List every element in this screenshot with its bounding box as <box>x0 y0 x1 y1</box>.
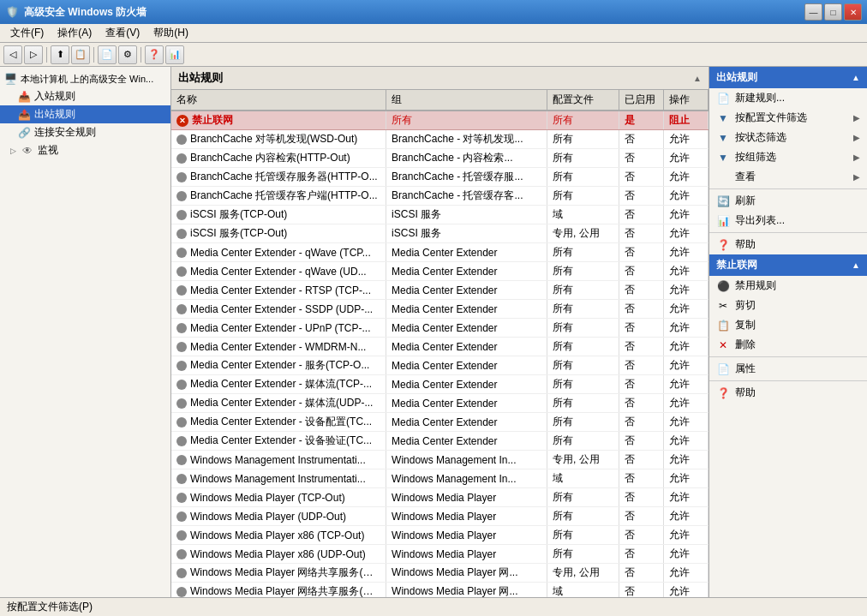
cell-group: Media Center Extender <box>386 281 547 300</box>
table-row[interactable]: iSCSI 服务(TCP-Out)iSCSI 服务专用, 公用否允许 <box>171 224 709 243</box>
action-filter-group[interactable]: ▼ 按组筛选 ▶ <box>709 147 867 167</box>
allow-icon <box>176 342 187 352</box>
table-row[interactable]: Media Center Extender - qWave (UD...Medi… <box>171 262 709 281</box>
table-row[interactable]: Media Center Extender - 媒体流(TCP-...Media… <box>171 375 709 394</box>
action-refresh[interactable]: 🔄 刷新 <box>709 191 867 211</box>
toolbar-back[interactable]: ◁ <box>3 45 22 64</box>
table-row[interactable]: Media Center Extender - UPnP (TCP-...Med… <box>171 319 709 338</box>
action-copy[interactable]: 📋 复制 <box>709 315 867 335</box>
toolbar-new[interactable]: 📄 <box>98 45 117 64</box>
cell-profile: 域 <box>547 469 619 488</box>
table-row[interactable]: iSCSI 服务(TCP-Out)iSCSI 服务域否允许 <box>171 206 709 224</box>
menu-file[interactable]: 文件(F) <box>3 24 51 42</box>
allow-icon <box>176 210 187 220</box>
minimize-button[interactable]: — <box>804 3 822 21</box>
toolbar-show-hide[interactable]: 📋 <box>71 45 90 64</box>
sidebar-item-monitor[interactable]: ▷ 👁 监视 <box>0 141 170 159</box>
table-row[interactable]: Windows Management Instrumentati...Windo… <box>171 469 709 488</box>
main-section-collapse[interactable]: ▲ <box>852 73 860 82</box>
sidebar-item-connection-security[interactable]: 🔗 连接安全规则 <box>0 123 170 141</box>
action-export[interactable]: 📊 导出列表... <box>709 211 867 230</box>
close-button[interactable]: ✕ <box>844 3 862 21</box>
table-row[interactable]: Media Center Extender - qWave (TCP...Med… <box>171 243 709 262</box>
cell-name: Media Center Extender - 媒体流(UDP-... <box>171 394 386 413</box>
cell-name: Media Center Extender - 媒体流(TCP-... <box>171 375 386 394</box>
cell-action: 允许 <box>663 187 708 206</box>
table-row[interactable]: Media Center Extender - SSDP (UDP-...Med… <box>171 300 709 319</box>
cell-profile: 所有 <box>547 300 619 319</box>
col-header-group[interactable]: 组 <box>386 90 547 111</box>
action-properties[interactable]: 📄 属性 <box>709 359 867 379</box>
toolbar-up[interactable]: ⬆ <box>51 45 69 64</box>
table-row[interactable]: BranchCache 托管缓存客户端(HTTP-O...BranchCache… <box>171 187 709 206</box>
table-row[interactable]: Media Center Extender - 服务(TCP-O...Media… <box>171 356 709 375</box>
cell-profile: 所有 <box>547 262 619 281</box>
cell-enabled: 否 <box>619 130 663 149</box>
export-label: 导出列表... <box>735 213 785 228</box>
col-header-enabled[interactable]: 已启用 <box>619 90 663 111</box>
col-header-profile[interactable]: 配置文件 <box>547 90 619 111</box>
col-header-action[interactable]: 操作 <box>663 90 708 111</box>
cell-name: Windows Media Player (UDP-Out) <box>171 507 386 526</box>
table-row[interactable]: Windows Media Player (TCP-Out)Windows Me… <box>171 488 709 507</box>
action-help-sub[interactable]: ❓ 帮助 <box>709 383 867 403</box>
monitor-label: 监视 <box>38 143 58 158</box>
table-row[interactable]: Windows Media Player 网络共享服务(共...Windows … <box>171 564 709 583</box>
table-row[interactable]: Media Center Extender - 设备验证(TC...Media … <box>171 432 709 451</box>
table-row[interactable]: Media Center Extender - WMDRM-N...Media … <box>171 338 709 356</box>
table-row[interactable]: BranchCache 内容检索(HTTP-Out)BranchCache - … <box>171 149 709 168</box>
action-view[interactable]: 查看 ▶ <box>709 167 867 187</box>
table-row[interactable]: Media Center Extender - RTSP (TCP-...Med… <box>171 281 709 300</box>
table-row[interactable]: Media Center Extender - 设备配置(TC...Media … <box>171 413 709 432</box>
toolbar-props[interactable]: ⚙ <box>118 45 137 64</box>
maximize-button[interactable]: □ <box>824 3 842 21</box>
help-sub-icon: ❓ <box>716 386 730 400</box>
cell-group: Media Center Extender <box>386 375 547 394</box>
table-row[interactable]: Windows Management Instrumentati...Windo… <box>171 451 709 469</box>
toolbar-sep-1 <box>46 47 47 63</box>
action-cut[interactable]: ✂ 剪切 <box>709 296 867 315</box>
expand-monitor[interactable]: ▷ <box>7 145 19 157</box>
table-row[interactable]: Windows Media Player 网络共享服务(共...Windows … <box>171 583 709 598</box>
table-row[interactable]: Windows Media Player x86 (TCP-Out)Window… <box>171 526 709 545</box>
action-filter-profile[interactable]: ▼ 按配置文件筛选 ▶ <box>709 108 867 128</box>
toolbar-help[interactable]: ❓ <box>145 45 164 64</box>
sidebar-item-inbound[interactable]: 📥 入站规则 <box>0 87 170 105</box>
menu-view[interactable]: 查看(V) <box>99 24 146 42</box>
menu-help[interactable]: 帮助(H) <box>146 24 195 42</box>
allow-icon <box>176 229 187 239</box>
action-help-main[interactable]: ❓ 帮助 <box>709 235 867 254</box>
cell-group: 所有 <box>386 111 547 130</box>
cell-profile: 所有 <box>547 526 619 545</box>
tree-root[interactable]: 🖥️ 本地计算机 上的高级安全 Win... <box>0 70 170 87</box>
sub-section-collapse[interactable]: ▲ <box>852 260 860 270</box>
cell-name: Media Center Extender - 设备配置(TC... <box>171 413 386 432</box>
cell-enabled: 否 <box>619 206 663 224</box>
action-filter-status[interactable]: ▼ 按状态筛选 ▶ <box>709 128 867 147</box>
table-container[interactable]: 名称 组 配置文件 已启用 操作 ✕禁止联网所有所有是阻止BranchCache… <box>171 90 709 597</box>
cell-group: Windows Media Player <box>386 526 547 545</box>
cell-name: ✕禁止联网 <box>171 111 386 130</box>
cell-name: Windows Media Player x86 (TCP-Out) <box>171 526 386 545</box>
action-new-rule[interactable]: 📄 新建规则... <box>709 88 867 108</box>
table-row[interactable]: Windows Media Player (UDP-Out)Windows Me… <box>171 507 709 526</box>
action-disable-rule[interactable]: ⚫ 禁用规则 <box>709 276 867 296</box>
table-row[interactable]: Media Center Extender - 媒体流(UDP-...Media… <box>171 394 709 413</box>
blocked-icon: ✕ <box>176 115 188 127</box>
cell-profile: 所有 <box>547 394 619 413</box>
menu-action[interactable]: 操作(A) <box>51 24 99 42</box>
action-delete[interactable]: ✕ 删除 <box>709 335 867 355</box>
toolbar-export[interactable]: 📊 <box>165 45 184 64</box>
table-row[interactable]: Windows Media Player x86 (UDP-Out)Window… <box>171 545 709 564</box>
cell-action: 允许 <box>663 583 708 598</box>
cell-action: 允许 <box>663 451 708 469</box>
table-row[interactable]: BranchCache 对等机发现(WSD-Out)BranchCache - … <box>171 130 709 149</box>
sidebar-item-outbound[interactable]: 📤 出站规则 <box>0 105 170 123</box>
copy-icon: 📋 <box>716 319 730 332</box>
allow-icon <box>176 304 187 314</box>
table-row[interactable]: ✕禁止联网所有所有是阻止 <box>171 111 709 130</box>
table-row[interactable]: BranchCache 托管缓存服务器(HTTP-O...BranchCache… <box>171 168 709 187</box>
computer-icon: 🖥️ <box>3 72 17 86</box>
col-header-name[interactable]: 名称 <box>171 90 386 111</box>
toolbar-forward[interactable]: ▷ <box>24 45 43 64</box>
